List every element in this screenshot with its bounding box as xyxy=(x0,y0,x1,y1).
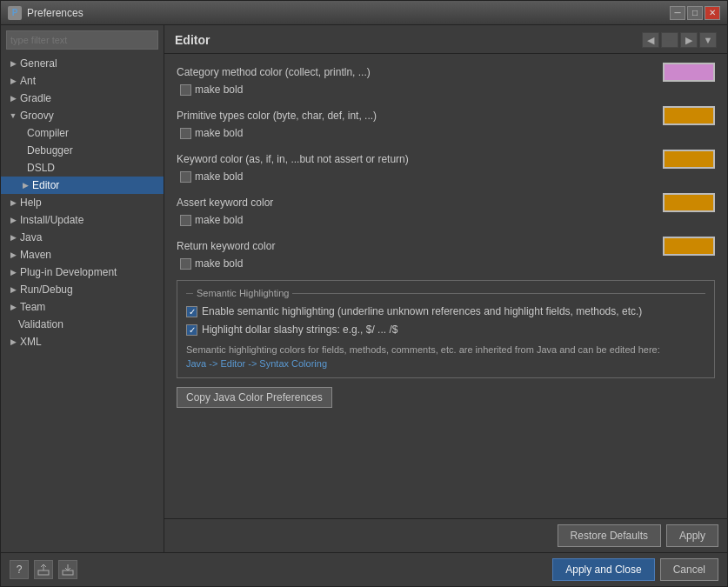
window-title: Preferences xyxy=(27,7,670,19)
assert-keyword-setting: Assert keyword color xyxy=(177,193,715,212)
sidebar-item-plugin-dev[interactable]: ▶ Plug-in Development xyxy=(1,263,164,281)
primitive-types-setting: Primitive types color (byte, char, def, … xyxy=(177,106,715,125)
sidebar-label: Groovy xyxy=(20,110,54,122)
content-area: ▶ General ▶ Ant ▶ Gradle ▼ Groovy xyxy=(1,25,727,552)
category-method-swatch[interactable] xyxy=(663,63,715,82)
keyword-row: Keyword color (as, if, in, ...but not as… xyxy=(177,150,715,183)
sidebar-label: Team xyxy=(20,301,45,313)
copy-java-color-prefs-button[interactable]: Copy Java Color Preferences xyxy=(177,387,332,408)
apply-button[interactable]: Apply xyxy=(666,524,718,547)
sidebar-label: Run/Debug xyxy=(20,283,73,296)
expand-arrow: ▶ xyxy=(8,76,18,86)
sidebar-item-editor[interactable]: ▶ Editor xyxy=(1,177,164,194)
footer-icons: ? xyxy=(10,560,552,579)
dollar-slashy-checkbox[interactable]: ✓ xyxy=(186,324,197,336)
sidebar-item-team[interactable]: ▶ Team xyxy=(1,298,164,316)
search-input[interactable] xyxy=(6,30,158,50)
sidebar-item-gradle[interactable]: ▶ Gradle xyxy=(1,90,164,107)
category-method-setting: Category method color (collect, println,… xyxy=(177,63,715,82)
editor-content: Category method color (collect, println,… xyxy=(164,54,727,518)
back-button[interactable]: ◀ xyxy=(642,32,659,48)
expand-arrow: ▶ xyxy=(8,267,18,277)
sidebar-item-maven[interactable]: ▶ Maven xyxy=(1,246,164,263)
tree: ▶ General ▶ Ant ▶ Gradle ▼ Groovy xyxy=(1,55,164,552)
expand-arrow: ▶ xyxy=(8,58,18,69)
sidebar-item-ant[interactable]: ▶ Ant xyxy=(1,72,164,90)
keyword-bold-label: make bold xyxy=(195,170,243,183)
expand-arrow: ▶ xyxy=(8,197,18,208)
maximize-button[interactable]: □ xyxy=(687,6,703,20)
restore-defaults-button[interactable]: Restore Defaults xyxy=(558,524,661,547)
page-title: Editor xyxy=(175,33,210,47)
enable-semantic-label: Enable semantic highlighting (underline … xyxy=(202,305,642,319)
sidebar-item-help[interactable]: ▶ Help xyxy=(1,194,164,211)
return-keyword-bold-row: make bold xyxy=(177,257,715,270)
category-method-bold-checkbox[interactable] xyxy=(180,84,191,96)
help-icon[interactable]: ? xyxy=(10,560,29,579)
return-keyword-bold-checkbox[interactable] xyxy=(180,258,191,270)
sidebar-label: Ant xyxy=(20,75,36,87)
primitive-types-bold-checkbox[interactable] xyxy=(180,128,191,139)
sidebar-item-java[interactable]: ▶ Java xyxy=(1,229,164,246)
return-keyword-swatch[interactable] xyxy=(663,237,715,256)
java-editor-syntax-link[interactable]: Java -> Editor -> Syntax Coloring xyxy=(186,358,327,369)
keyword-bold-checkbox[interactable] xyxy=(180,171,191,183)
assert-keyword-bold-checkbox[interactable] xyxy=(180,215,191,226)
expand-arrow: ▶ xyxy=(20,180,30,190)
cancel-button[interactable]: Cancel xyxy=(660,558,718,581)
expand-arrow: ▶ xyxy=(8,93,18,103)
forward-button[interactable]: ▶ xyxy=(680,32,698,48)
sidebar-label: Gradle xyxy=(20,92,51,104)
sidebar-item-debugger[interactable]: Debugger xyxy=(1,142,164,159)
assert-keyword-bold-label: make bold xyxy=(195,214,243,226)
sidebar-item-dsld[interactable]: DSLD xyxy=(1,159,164,177)
import-icon[interactable] xyxy=(58,560,77,579)
semantic-info-text: Semantic highlighting colors for fields,… xyxy=(186,344,660,355)
export-icon[interactable] xyxy=(34,560,53,579)
main-header: Editor ◀ ─ ▶ ▼ xyxy=(164,25,727,54)
sidebar-label: Install/Update xyxy=(20,214,83,226)
enable-semantic-checkbox[interactable]: ✓ xyxy=(186,306,197,317)
semantic-highlighting-box: Semantic Highlighting ✓ Enable semantic … xyxy=(177,280,715,378)
primitive-types-bold-row: make bold xyxy=(177,127,715,139)
expand-arrow: ▶ xyxy=(8,232,18,243)
sidebar-item-xml[interactable]: ▶ XML xyxy=(1,333,164,350)
assert-keyword-row: Assert keyword color make bold xyxy=(177,193,715,226)
footer-right: Apply and Close Cancel xyxy=(552,558,718,581)
sidebar-label: Maven xyxy=(20,249,51,261)
dropdown-button[interactable]: ▼ xyxy=(699,32,717,48)
keyword-swatch[interactable] xyxy=(663,150,715,169)
assert-keyword-swatch[interactable] xyxy=(663,193,715,212)
enable-semantic-row: ✓ Enable semantic highlighting (underlin… xyxy=(186,305,705,319)
dollar-slashy-row: ✓ Highlight dollar slashy strings: e.g.,… xyxy=(186,324,705,337)
sidebar-item-run-debug[interactable]: ▶ Run/Debug xyxy=(1,281,164,298)
expand-arrow: ▼ xyxy=(8,110,18,121)
main-panel: Editor ◀ ─ ▶ ▼ Category method color (co… xyxy=(164,25,727,552)
sidebar-item-install-update[interactable]: ▶ Install/Update xyxy=(1,211,164,229)
close-button[interactable]: ✕ xyxy=(705,6,720,20)
keyword-label: Keyword color (as, if, in, ...but not as… xyxy=(177,153,663,165)
primitive-types-swatch[interactable] xyxy=(663,106,715,125)
expand-arrow: ▶ xyxy=(8,302,18,312)
sidebar-item-general[interactable]: ▶ General xyxy=(1,55,164,72)
primitive-types-row: Primitive types color (byte, char, def, … xyxy=(177,106,715,139)
window-controls: ─ □ ✕ xyxy=(670,6,720,20)
bottom-action-bar: Restore Defaults Apply xyxy=(164,518,727,552)
sidebar-label: XML xyxy=(20,336,42,348)
primitive-types-bold-label: make bold xyxy=(195,127,243,139)
primitive-types-label: Primitive types color (byte, char, def, … xyxy=(177,110,663,122)
sidebar-item-validation[interactable]: Validation xyxy=(1,316,164,333)
apply-and-close-button[interactable]: Apply and Close xyxy=(552,558,654,581)
expand-arrow: ▶ xyxy=(8,215,18,225)
sidebar-item-groovy[interactable]: ▼ Groovy xyxy=(1,107,164,124)
assert-keyword-label: Assert keyword color xyxy=(177,197,663,209)
window-icon: P xyxy=(8,6,22,20)
sidebar-label: Java xyxy=(20,231,42,243)
forward-disabled: ─ xyxy=(661,32,678,48)
minimize-button[interactable]: ─ xyxy=(670,6,685,20)
copy-btn-row: Copy Java Color Preferences xyxy=(177,387,715,408)
sidebar-label: Plug-in Development xyxy=(20,266,117,278)
return-keyword-row: Return keyword color make bold xyxy=(177,237,715,270)
keyword-setting: Keyword color (as, if, in, ...but not as… xyxy=(177,150,715,169)
sidebar-item-compiler[interactable]: Compiler xyxy=(1,124,164,142)
